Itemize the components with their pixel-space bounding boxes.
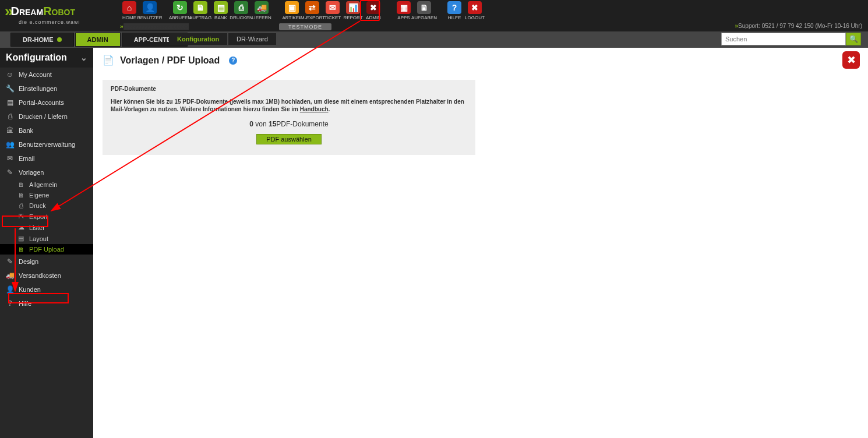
topnav-drucken[interactable]: ⎙DRUCKEN xyxy=(232,1,250,20)
sidebar-item-kunden[interactable]: 👤Kunden xyxy=(0,282,93,296)
sidebar-sub-allgemein[interactable]: 🗎Allgemein xyxy=(0,179,93,190)
sidebar-sub-layout[interactable]: ▤Layout xyxy=(0,233,93,244)
page-title: Vorlagen / PDF Upload xyxy=(120,55,220,66)
topbar: » DreamRobot die e.commerce.wawi ⌂HOME👤B… xyxy=(0,0,868,31)
bank-icon: ▤ xyxy=(214,1,228,14)
sidebar-item-hilfe[interactable]: ?Hilfe xyxy=(0,296,93,310)
topnav-benutzer[interactable]: 👤BENUTZER xyxy=(140,1,159,20)
sidebar-header[interactable]: Konfiguration ⌄ xyxy=(0,48,93,68)
subtab-dr-wizard[interactable]: DR-Wizard xyxy=(228,33,276,45)
sidebar-label: Kunden xyxy=(19,286,41,293)
sidebar-icon: 🗎 xyxy=(17,192,24,199)
sidebar-sub-pdf-upload[interactable]: 🗎PDF Upload xyxy=(0,244,93,255)
topnav-label: HILFE xyxy=(448,15,461,20)
topnav-label: APPS xyxy=(397,15,410,20)
sidebar-icon: ⇱ xyxy=(17,213,24,220)
topnav-liefern[interactable]: 🚚LIEFERN xyxy=(252,1,271,20)
report-icon: 📊 xyxy=(346,1,360,14)
search-button[interactable]: 🔍 xyxy=(846,33,861,45)
topnav-report[interactable]: 📊REPORT xyxy=(344,1,362,20)
topnav-label: REPORT xyxy=(343,15,362,20)
apps-icon: ▦ xyxy=(397,1,411,14)
topnav-label: DRUCKEN xyxy=(230,15,253,20)
chevron-down-icon: ⌄ xyxy=(80,53,87,62)
sidebar-icon: 🔧 xyxy=(6,84,14,93)
sidebar-icon: ▤ xyxy=(6,98,14,107)
sidebar-label: My Account xyxy=(19,71,52,78)
topnav-artikel[interactable]: ▣ARTIKEL xyxy=(283,1,301,20)
page-title-row: 📄 Vorlagen / PDF Upload ? xyxy=(103,55,859,66)
sidebar-label: Lister xyxy=(29,224,45,231)
topnav-label: ADMIN xyxy=(366,15,381,20)
sidebar-icon: 🗎 xyxy=(17,246,24,253)
status-dot-icon xyxy=(57,37,62,42)
sidebar-label: Benutzerverwaltung xyxy=(19,141,75,148)
main-content: 📄 Vorlagen / PDF Upload ? PDF-Dokumente … xyxy=(93,48,868,438)
sidebar-icon: ⎙ xyxy=(6,112,14,121)
sidebar-label: Design xyxy=(19,258,38,265)
support-text: Support: 0521 / 97 79 42 150 (Mo-Fr 10-1… xyxy=(738,23,862,29)
sidebar-sub-druck[interactable]: ⎙Druck xyxy=(0,200,93,211)
sidebar-item-my-account[interactable]: ☺My Account xyxy=(0,68,93,82)
panel-heading: PDF-Dokumente xyxy=(111,86,467,92)
sidebar-item-vorlagen[interactable]: ✎Vorlagen xyxy=(0,165,93,179)
sidebar-sub-export[interactable]: ⇱Export xyxy=(0,211,93,222)
sidebar-title: Konfiguration xyxy=(6,52,67,63)
sidebar-label: Bank xyxy=(19,127,33,134)
sidebar-label: Eigene xyxy=(29,192,49,199)
sidebar-label: Hilfe xyxy=(19,300,31,307)
abrufen-icon: ↻ xyxy=(173,1,187,14)
sidebar-item-email[interactable]: ✉Email xyxy=(0,151,93,165)
topnav-label: ARTIKEL xyxy=(282,15,301,20)
help-icon[interactable]: ? xyxy=(229,56,237,65)
hilfe-icon: ? xyxy=(447,1,461,14)
sidebar-label: Email xyxy=(19,155,35,162)
sidebar-sub-lister[interactable]: ☁Lister xyxy=(0,222,93,233)
topnav-hilfe[interactable]: ?HILFE xyxy=(445,1,464,20)
topnav-label: AUFTRAG xyxy=(189,15,211,20)
sidebar-item-versandkosten[interactable]: 🚚Versandkosten xyxy=(0,269,93,282)
topnav-aufgaben[interactable]: 🗎AUFGABEN xyxy=(415,1,433,20)
pdf-select-button[interactable]: PDF auswählen xyxy=(256,134,322,144)
topnav-ticket[interactable]: ✉TICKET xyxy=(323,1,342,20)
topnav-im-export[interactable]: ⇄IM-EXPORT xyxy=(303,1,322,20)
sidebar-sub-eigene[interactable]: 🗎Eigene xyxy=(0,190,93,200)
sidebar-item-benutzerverwaltung[interactable]: 👥Benutzerverwaltung xyxy=(0,137,93,151)
handbook-link[interactable]: Handbuch xyxy=(300,106,329,112)
sidebar-label: Druck xyxy=(29,202,46,209)
topnav-label: ABRUFEN xyxy=(169,15,191,20)
topnav-admin[interactable]: ✖ADMIN xyxy=(364,1,383,20)
logo-robot: Robot xyxy=(43,5,75,18)
brand-logo[interactable]: » DreamRobot die e.commerce.wawi xyxy=(5,2,80,25)
sidebar-item-drucken-liefern[interactable]: ⎙Drucken / Liefern xyxy=(0,110,93,123)
artikel-icon: ▣ xyxy=(285,1,299,14)
topnav-auftrag[interactable]: 🗎AUFTRAG xyxy=(191,1,210,20)
im-export-icon: ⇄ xyxy=(305,1,319,14)
sidebar-label: Allgemein xyxy=(29,181,57,188)
sidebar-icon: ✎ xyxy=(6,168,14,176)
topnav-apps[interactable]: ▦APPS xyxy=(394,1,413,20)
subtab-konfiguration[interactable]: Konfiguration xyxy=(169,33,227,45)
topnav-abrufen[interactable]: ↻ABRUFEN xyxy=(171,1,189,20)
search-wrap: 🔍 xyxy=(721,33,861,45)
sidebar-item-design[interactable]: ✎Design xyxy=(0,255,93,269)
admin-tools-float-button[interactable]: ✖ xyxy=(842,51,860,69)
module-tab-admin[interactable]: ADMIN xyxy=(75,33,121,47)
pdf-panel: PDF-Dokumente Hier können Sie bis zu 15 … xyxy=(103,80,475,155)
auftrag-icon: 🗎 xyxy=(193,1,207,14)
tools-icon: ✖ xyxy=(847,54,856,66)
sidebar-item-portal-accounts[interactable]: ▤Portal-Accounts xyxy=(0,96,93,110)
panel-description: Hier können Sie bis zu 15 PDF-Dokumente … xyxy=(111,98,467,113)
module-tab-dr-home[interactable]: DR-HOME xyxy=(10,33,74,47)
logo-dream: Dream xyxy=(10,5,43,18)
search-input[interactable] xyxy=(721,33,846,45)
user-row: »xxxxxxxxxxxxxxxx xxxxxx xyxy=(120,23,189,30)
topnav-home[interactable]: ⌂HOME xyxy=(120,1,139,20)
sidebar-icon: 🗎 xyxy=(17,181,24,188)
sidebar-item-bank[interactable]: 🏛Bank xyxy=(0,123,93,137)
topnav-logout[interactable]: ✖LOGOUT xyxy=(465,1,484,20)
sidebar-icon: ✎ xyxy=(6,257,14,266)
sidebar-item-einstellungen[interactable]: 🔧Einstellungen xyxy=(0,82,93,96)
topnav-bank[interactable]: ▤BANK xyxy=(211,1,230,20)
sidebar-label: Einstellungen xyxy=(19,85,57,92)
